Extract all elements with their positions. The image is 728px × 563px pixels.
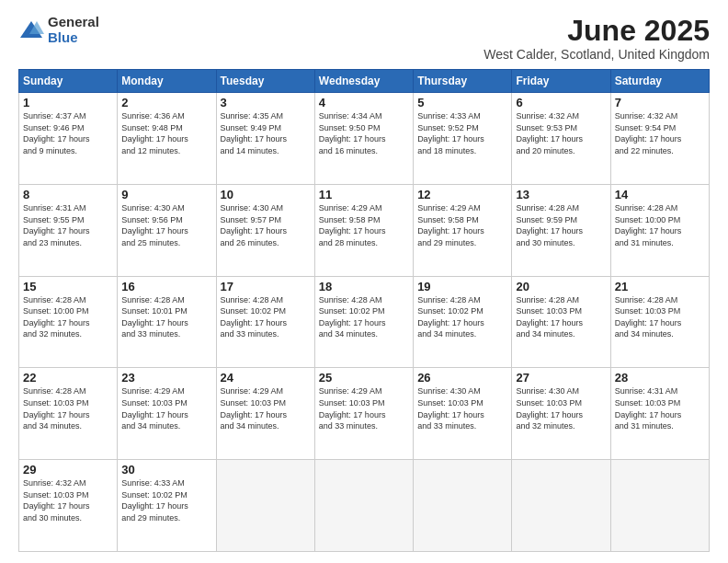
day-info: Sunrise: 4:37 AM Sunset: 9:46 PM Dayligh… bbox=[23, 110, 113, 156]
day-info: Sunrise: 4:29 AM Sunset: 10:03 PM Daylig… bbox=[121, 385, 211, 431]
calendar-cell: 14Sunrise: 4:28 AM Sunset: 10:00 PM Dayl… bbox=[610, 184, 709, 276]
calendar-cell: 28Sunrise: 4:31 AM Sunset: 10:03 PM Dayl… bbox=[610, 368, 709, 460]
calendar-cell: 3Sunrise: 4:35 AM Sunset: 9:49 PM Daylig… bbox=[216, 93, 314, 185]
day-number: 10 bbox=[221, 188, 311, 201]
calendar-cell: 29Sunrise: 4:32 AM Sunset: 10:03 PM Dayl… bbox=[19, 460, 118, 552]
day-number: 14 bbox=[615, 188, 705, 201]
day-number: 21 bbox=[615, 280, 705, 293]
header: General Blue June 2025 West Calder, Scot… bbox=[18, 15, 710, 62]
calendar-cell: 13Sunrise: 4:28 AM Sunset: 9:59 PM Dayli… bbox=[512, 184, 610, 276]
day-number: 7 bbox=[615, 96, 705, 109]
day-info: Sunrise: 4:28 AM Sunset: 10:00 PM Daylig… bbox=[23, 294, 113, 340]
calendar-cell bbox=[512, 460, 610, 552]
day-info: Sunrise: 4:28 AM Sunset: 10:02 PM Daylig… bbox=[417, 294, 507, 340]
calendar-week-3: 15Sunrise: 4:28 AM Sunset: 10:00 PM Dayl… bbox=[19, 276, 710, 368]
calendar-cell: 8Sunrise: 4:31 AM Sunset: 9:55 PM Daylig… bbox=[19, 184, 118, 276]
calendar-week-5: 29Sunrise: 4:32 AM Sunset: 10:03 PM Dayl… bbox=[19, 460, 710, 552]
day-info: Sunrise: 4:28 AM Sunset: 9:59 PM Dayligh… bbox=[516, 202, 606, 248]
day-number: 20 bbox=[516, 280, 606, 293]
calendar-cell: 6Sunrise: 4:32 AM Sunset: 9:53 PM Daylig… bbox=[512, 93, 610, 185]
calendar-cell bbox=[314, 460, 413, 552]
day-info: Sunrise: 4:34 AM Sunset: 9:50 PM Dayligh… bbox=[319, 110, 409, 156]
calendar-cell: 11Sunrise: 4:29 AM Sunset: 9:58 PM Dayli… bbox=[314, 184, 413, 276]
col-tuesday: Tuesday bbox=[216, 70, 314, 93]
day-info: Sunrise: 4:30 AM Sunset: 10:03 PM Daylig… bbox=[516, 385, 606, 431]
day-info: Sunrise: 4:32 AM Sunset: 9:53 PM Dayligh… bbox=[516, 110, 606, 156]
calendar-week-2: 8Sunrise: 4:31 AM Sunset: 9:55 PM Daylig… bbox=[19, 184, 710, 276]
calendar-table: Sunday Monday Tuesday Wednesday Thursday… bbox=[18, 69, 710, 552]
calendar-cell bbox=[610, 460, 709, 552]
calendar-cell: 10Sunrise: 4:30 AM Sunset: 9:57 PM Dayli… bbox=[216, 184, 314, 276]
day-info: Sunrise: 4:33 AM Sunset: 10:02 PM Daylig… bbox=[121, 477, 211, 523]
day-info: Sunrise: 4:35 AM Sunset: 9:49 PM Dayligh… bbox=[221, 110, 311, 156]
col-wednesday: Wednesday bbox=[314, 70, 413, 93]
calendar-cell: 16Sunrise: 4:28 AM Sunset: 10:01 PM Dayl… bbox=[118, 276, 216, 368]
col-sunday: Sunday bbox=[19, 70, 118, 93]
day-info: Sunrise: 4:28 AM Sunset: 10:02 PM Daylig… bbox=[319, 294, 409, 340]
day-info: Sunrise: 4:30 AM Sunset: 10:03 PM Daylig… bbox=[417, 385, 507, 431]
day-number: 5 bbox=[417, 96, 507, 109]
day-info: Sunrise: 4:28 AM Sunset: 10:03 PM Daylig… bbox=[23, 385, 113, 431]
logo-blue: Blue bbox=[48, 30, 99, 46]
day-info: Sunrise: 4:28 AM Sunset: 10:02 PM Daylig… bbox=[221, 294, 311, 340]
day-info: Sunrise: 4:29 AM Sunset: 9:58 PM Dayligh… bbox=[319, 202, 409, 248]
calendar-cell: 15Sunrise: 4:28 AM Sunset: 10:00 PM Dayl… bbox=[19, 276, 118, 368]
calendar-cell: 9Sunrise: 4:30 AM Sunset: 9:56 PM Daylig… bbox=[118, 184, 216, 276]
logo-text: General Blue bbox=[48, 15, 99, 45]
day-number: 17 bbox=[221, 280, 311, 293]
day-number: 19 bbox=[417, 280, 507, 293]
day-number: 27 bbox=[516, 371, 606, 385]
calendar-cell: 4Sunrise: 4:34 AM Sunset: 9:50 PM Daylig… bbox=[314, 93, 413, 185]
col-thursday: Thursday bbox=[414, 70, 512, 93]
col-friday: Friday bbox=[512, 70, 610, 93]
day-info: Sunrise: 4:29 AM Sunset: 9:58 PM Dayligh… bbox=[417, 202, 507, 248]
calendar-cell: 23Sunrise: 4:29 AM Sunset: 10:03 PM Dayl… bbox=[118, 368, 216, 460]
calendar-cell: 27Sunrise: 4:30 AM Sunset: 10:03 PM Dayl… bbox=[512, 368, 610, 460]
day-number: 26 bbox=[417, 371, 507, 385]
calendar-cell: 19Sunrise: 4:28 AM Sunset: 10:02 PM Dayl… bbox=[414, 276, 512, 368]
calendar-title: June 2025 bbox=[483, 15, 710, 47]
day-number: 28 bbox=[615, 371, 705, 385]
day-info: Sunrise: 4:28 AM Sunset: 10:00 PM Daylig… bbox=[615, 202, 705, 248]
calendar-cell: 20Sunrise: 4:28 AM Sunset: 10:03 PM Dayl… bbox=[512, 276, 610, 368]
day-number: 16 bbox=[121, 280, 211, 293]
day-info: Sunrise: 4:28 AM Sunset: 10:01 PM Daylig… bbox=[121, 294, 211, 340]
day-number: 12 bbox=[417, 188, 507, 201]
day-number: 18 bbox=[319, 280, 409, 293]
day-number: 22 bbox=[23, 371, 113, 385]
calendar-cell: 26Sunrise: 4:30 AM Sunset: 10:03 PM Dayl… bbox=[414, 368, 512, 460]
calendar-cell bbox=[414, 460, 512, 552]
day-number: 9 bbox=[121, 188, 211, 201]
calendar-cell bbox=[216, 460, 314, 552]
day-number: 11 bbox=[319, 188, 409, 201]
calendar-cell: 18Sunrise: 4:28 AM Sunset: 10:02 PM Dayl… bbox=[314, 276, 413, 368]
calendar-cell: 24Sunrise: 4:29 AM Sunset: 10:03 PM Dayl… bbox=[216, 368, 314, 460]
calendar-week-1: 1Sunrise: 4:37 AM Sunset: 9:46 PM Daylig… bbox=[19, 93, 710, 185]
day-info: Sunrise: 4:33 AM Sunset: 9:52 PM Dayligh… bbox=[417, 110, 507, 156]
calendar-cell: 21Sunrise: 4:28 AM Sunset: 10:03 PM Dayl… bbox=[610, 276, 709, 368]
logo-icon bbox=[18, 17, 44, 43]
calendar-cell: 1Sunrise: 4:37 AM Sunset: 9:46 PM Daylig… bbox=[19, 93, 118, 185]
calendar-cell: 7Sunrise: 4:32 AM Sunset: 9:54 PM Daylig… bbox=[610, 93, 709, 185]
day-info: Sunrise: 4:28 AM Sunset: 10:03 PM Daylig… bbox=[516, 294, 606, 340]
day-info: Sunrise: 4:32 AM Sunset: 9:54 PM Dayligh… bbox=[615, 110, 705, 156]
calendar-cell: 12Sunrise: 4:29 AM Sunset: 9:58 PM Dayli… bbox=[414, 184, 512, 276]
calendar-cell: 2Sunrise: 4:36 AM Sunset: 9:48 PM Daylig… bbox=[118, 93, 216, 185]
day-number: 13 bbox=[516, 188, 606, 201]
logo: General Blue bbox=[18, 15, 99, 45]
page: General Blue June 2025 West Calder, Scot… bbox=[0, 0, 728, 563]
day-number: 8 bbox=[23, 188, 113, 201]
logo-general: General bbox=[48, 15, 99, 30]
calendar-week-4: 22Sunrise: 4:28 AM Sunset: 10:03 PM Dayl… bbox=[19, 368, 710, 460]
calendar-cell: 22Sunrise: 4:28 AM Sunset: 10:03 PM Dayl… bbox=[19, 368, 118, 460]
calendar-cell: 30Sunrise: 4:33 AM Sunset: 10:02 PM Dayl… bbox=[118, 460, 216, 552]
day-info: Sunrise: 4:31 AM Sunset: 9:55 PM Dayligh… bbox=[23, 202, 113, 248]
day-info: Sunrise: 4:28 AM Sunset: 10:03 PM Daylig… bbox=[615, 294, 705, 340]
day-number: 15 bbox=[23, 280, 113, 293]
day-info: Sunrise: 4:31 AM Sunset: 10:03 PM Daylig… bbox=[615, 385, 705, 431]
title-block: June 2025 West Calder, Scotland, United … bbox=[483, 15, 710, 62]
col-monday: Monday bbox=[118, 70, 216, 93]
day-info: Sunrise: 4:30 AM Sunset: 9:56 PM Dayligh… bbox=[121, 202, 211, 248]
day-number: 1 bbox=[23, 96, 113, 109]
col-saturday: Saturday bbox=[610, 70, 709, 93]
